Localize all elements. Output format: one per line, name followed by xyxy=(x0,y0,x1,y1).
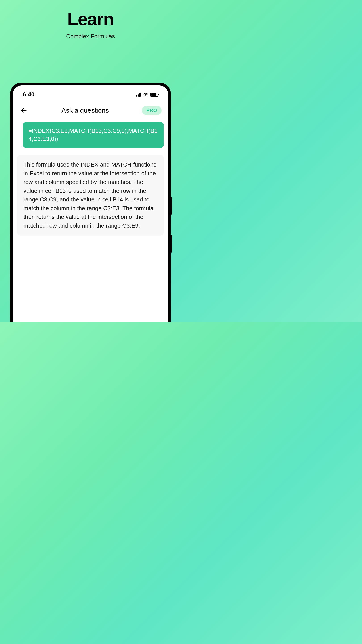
hero-title: Learn xyxy=(0,0,181,30)
phone-side-button xyxy=(171,197,172,215)
user-message-bubble: =INDEX(C3:E9,MATCH(B13,C3:C9,0),MATCH(B1… xyxy=(23,122,164,148)
pro-badge[interactable]: PRO xyxy=(142,106,162,115)
cellular-signal-icon xyxy=(136,92,141,96)
app-header: Ask a questions PRO xyxy=(13,101,168,122)
phone-screen: 6:40 xyxy=(13,86,168,322)
phone-frame: 6:40 xyxy=(10,83,171,322)
battery-icon xyxy=(150,92,158,96)
page-title: Ask a questions xyxy=(61,107,109,114)
status-bar: 6:40 xyxy=(13,86,168,101)
arrow-left-icon xyxy=(20,107,27,114)
assistant-message-bubble: This formula uses the INDEX and MATCH fu… xyxy=(17,155,164,236)
wifi-icon xyxy=(143,92,148,96)
phone-side-button xyxy=(171,235,172,253)
chat-container: =INDEX(C3:E9,MATCH(B13,C3:C9,0),MATCH(B1… xyxy=(13,122,168,236)
status-icons xyxy=(136,92,158,96)
back-button[interactable] xyxy=(19,106,28,115)
hero-subtitle: Complex Formulas xyxy=(0,33,181,40)
status-time: 6:40 xyxy=(23,91,34,98)
